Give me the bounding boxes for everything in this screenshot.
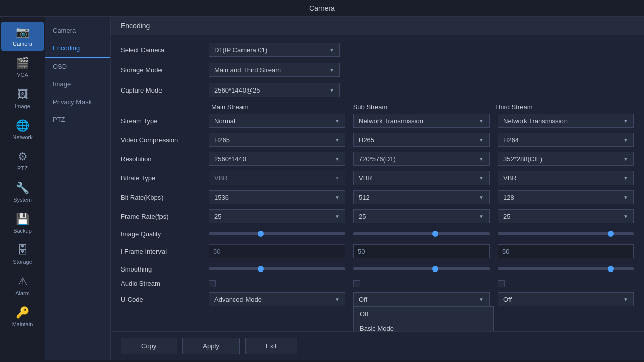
bitrate-type-row: Bitrate Type VBR ▼ VBR ▼ xyxy=(121,171,634,185)
sub-u-code-menu: Off Basic Mode Advanced Mode xyxy=(353,306,494,331)
sidebar-label-ptz: PTZ xyxy=(17,165,28,171)
sub-resolution-dropdown[interactable]: 720*576(D1) ▼ xyxy=(353,152,490,166)
u-code-option-off[interactable]: Off xyxy=(354,307,493,321)
sidebar-item-alarm[interactable]: ⚠ Alarm xyxy=(1,271,44,300)
network-icon: 🌐 xyxy=(16,119,29,132)
third-audio-stream-checkbox[interactable] xyxy=(498,280,505,287)
third-smoothing-slider[interactable] xyxy=(498,267,634,270)
main-image-quality-slider[interactable] xyxy=(209,232,345,235)
stream-type-row: Stream Type Normal ▼ Network Transmissio… xyxy=(121,114,634,128)
main-stream-header: Main Stream xyxy=(209,103,351,111)
third-resolution-dropdown[interactable]: 352*288(CIF) ▼ xyxy=(498,152,634,166)
alarm-icon: ⚠ xyxy=(18,275,28,288)
sub-i-frame-input[interactable] xyxy=(353,244,490,258)
sub-smoothing-thumb[interactable] xyxy=(432,266,438,272)
sub-resolution-arrow: ▼ xyxy=(479,156,484,162)
storage-mode-dropdown[interactable]: Main and Third Stream ▼ xyxy=(209,63,340,77)
main-smoothing-slider[interactable] xyxy=(209,267,345,270)
sub-stream-type-arrow: ▼ xyxy=(479,118,484,124)
third-bit-rate-dropdown[interactable]: 128 ▼ xyxy=(498,190,634,204)
bottom-bar: Copy Apply Exit xyxy=(111,331,644,360)
apply-button[interactable]: Apply xyxy=(182,338,240,354)
third-bitrate-arrow: ▼ xyxy=(623,175,628,181)
sub-u-code-arrow: ▼ xyxy=(479,297,484,302)
select-camera-row: Select Camera D1(IP Camera 01) ▼ xyxy=(121,43,634,57)
main-stream-type-cell: Normal ▼ xyxy=(209,114,349,128)
sidebar-item-backup[interactable]: 💾 Backup xyxy=(1,209,44,238)
capture-mode-dropdown[interactable]: 2560*1440@25 ▼ xyxy=(209,83,340,97)
main-stream-type-dropdown[interactable]: Normal ▼ xyxy=(209,114,345,128)
main-bitrate-type-dropdown[interactable]: VBR ▼ xyxy=(209,171,345,185)
main-resolution-arrow: ▼ xyxy=(335,156,340,162)
frame-rate-row: Frame Rate(fps) 25 ▼ 25 ▼ xyxy=(121,209,634,223)
sidebar-item-camera[interactable]: 📷 Camera xyxy=(1,22,44,51)
main-resolution-dropdown[interactable]: 2560*1440 ▼ xyxy=(209,152,345,166)
sub-frame-rate-dropdown[interactable]: 25 ▼ xyxy=(353,209,490,223)
sidebar-label-backup: Backup xyxy=(13,228,32,234)
third-frame-rate-dropdown[interactable]: 25 ▼ xyxy=(498,209,634,223)
main-video-compression-dropdown[interactable]: H265 ▼ xyxy=(209,133,345,147)
sidebar-item-image[interactable]: 🖼 Image xyxy=(1,84,44,113)
copy-button[interactable]: Copy xyxy=(121,338,177,354)
storage-mode-label: Storage Mode xyxy=(121,66,209,74)
sidebar-item-system[interactable]: 🔧 System xyxy=(1,177,44,207)
sub-u-code-dropdown[interactable]: Off ▼ xyxy=(353,292,490,306)
select-camera-label: Select Camera xyxy=(121,46,209,54)
sidebar-item-storage[interactable]: 🗄 Storage xyxy=(1,240,44,269)
third-bitrate-type-dropdown[interactable]: VBR ▼ xyxy=(498,171,634,185)
third-stream-type-cell: Network Transmission ▼ xyxy=(498,114,634,128)
smoothing-label: Smoothing xyxy=(121,265,209,273)
third-video-compression-dropdown[interactable]: H264 ▼ xyxy=(498,133,634,147)
main-image-quality-thumb[interactable] xyxy=(258,231,264,237)
sub-image-quality-slider[interactable] xyxy=(353,232,490,235)
stream-type-label: Stream Type xyxy=(121,117,209,125)
main-bit-rate-dropdown[interactable]: 1536 ▼ xyxy=(209,190,345,204)
sub-sidebar-item-ptz[interactable]: PTZ xyxy=(45,111,110,128)
title-bar: Camera xyxy=(0,0,644,17)
main-audio-stream-checkbox[interactable] xyxy=(209,280,216,287)
sidebar-item-ptz[interactable]: ⚙ PTZ xyxy=(1,146,44,175)
third-image-quality-slider[interactable] xyxy=(498,232,634,235)
third-smoothing-thumb[interactable] xyxy=(608,266,614,272)
sub-framerate-arrow: ▼ xyxy=(479,214,484,219)
main-i-frame-input[interactable] xyxy=(209,244,345,258)
sidebar-item-vca[interactable]: 🎬 VCA xyxy=(1,53,44,82)
sub-sidebar-item-osd[interactable]: OSD xyxy=(45,58,110,75)
sub-bit-rate-dropdown[interactable]: 512 ▼ xyxy=(353,190,490,204)
sub-sidebar-item-camera[interactable]: Camera xyxy=(45,22,110,39)
main-frame-rate-dropdown[interactable]: 25 ▼ xyxy=(209,209,345,223)
bit-rate-row: Bit Rate(Kbps) 1536 ▼ 512 ▼ xyxy=(121,190,634,204)
vca-icon: 🎬 xyxy=(16,57,29,70)
sub-image-quality-thumb[interactable] xyxy=(432,231,438,237)
sidebar-item-maintain[interactable]: 🔑 Maintain xyxy=(1,302,44,331)
sub-audio-stream-checkbox[interactable] xyxy=(353,280,360,287)
third-i-frame-input[interactable] xyxy=(498,244,634,258)
third-u-code-dropdown[interactable]: Off ▼ xyxy=(498,292,634,306)
sub-sidebar-item-privacy-mask[interactable]: Privacy Mask xyxy=(45,93,110,111)
audio-stream-label: Audio Stream xyxy=(121,280,209,287)
third-stream-type-dropdown[interactable]: Network Transmission ▼ xyxy=(498,114,634,128)
sub-sidebar-item-image[interactable]: Image xyxy=(45,75,110,93)
third-image-quality-thumb[interactable] xyxy=(608,231,614,237)
sub-sidebar-item-encoding[interactable]: Encoding xyxy=(45,39,110,58)
audio-stream-row: Audio Stream xyxy=(121,280,634,287)
sidebar-item-network[interactable]: 🌐 Network xyxy=(1,115,44,144)
stream-headers: Main Stream Sub Stream Third Stream xyxy=(209,103,634,111)
sub-stream-type-dropdown[interactable]: Network Transmission ▼ xyxy=(353,114,490,128)
resolution-row: Resolution 2560*1440 ▼ 720*576(D1) ▼ xyxy=(121,152,634,166)
resolution-label: Resolution xyxy=(121,155,209,163)
exit-button[interactable]: Exit xyxy=(245,338,297,354)
main-smoothing-thumb[interactable] xyxy=(258,266,264,272)
select-camera-dropdown[interactable]: D1(IP Camera 01) ▼ xyxy=(209,43,340,57)
main-bitrate-kbps-arrow: ▼ xyxy=(335,195,340,200)
third-resolution-arrow: ▼ xyxy=(623,156,628,162)
sub-bitrate-type-dropdown[interactable]: VBR ▼ xyxy=(353,171,490,185)
sub-video-compression-dropdown[interactable]: H265 ▼ xyxy=(353,133,490,147)
backup-icon: 💾 xyxy=(16,213,29,226)
i-frame-row: I Frame Interval xyxy=(121,244,634,258)
sub-smoothing-slider[interactable] xyxy=(353,267,490,270)
select-camera-dropdown-wrapper: D1(IP Camera 01) ▼ xyxy=(209,43,340,57)
u-code-option-basic[interactable]: Basic Mode xyxy=(354,321,493,331)
system-icon: 🔧 xyxy=(16,182,29,195)
main-u-code-dropdown[interactable]: Advanced Mode ▼ xyxy=(209,292,345,306)
